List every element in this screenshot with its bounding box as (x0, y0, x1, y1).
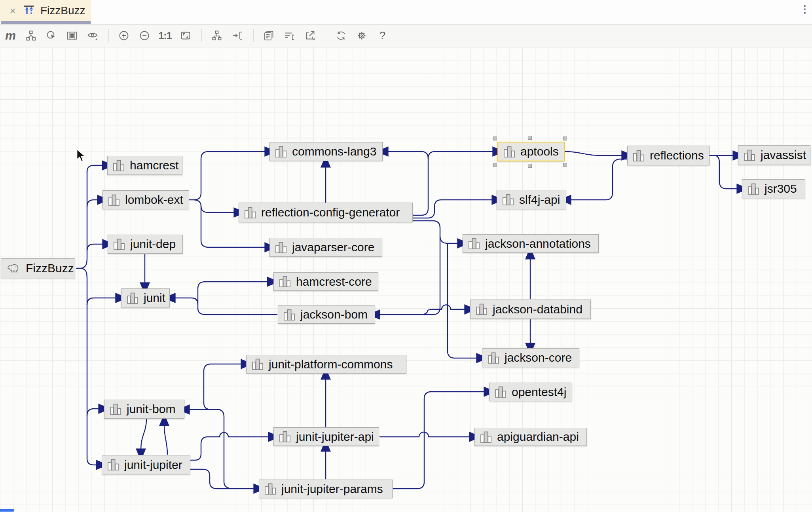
selection-handle[interactable] (528, 136, 532, 140)
edge-jupiter-params[interactable] (191, 469, 254, 489)
edge-jackson-bom-junit[interactable] (175, 298, 277, 315)
node-label: jackson-annotations (485, 237, 591, 250)
node-fizzbuzz[interactable]: FizzBuzz (1, 258, 75, 278)
node-apiguardian-api[interactable]: apiguardian-api (474, 428, 587, 446)
library-icon (275, 146, 287, 158)
edge-junit-hamcrest-core[interactable] (198, 282, 268, 304)
library-icon (113, 238, 125, 250)
node-junit[interactable]: junit (121, 288, 170, 307)
node-label: reflection-config-generator (261, 206, 400, 219)
node-label: slf4j-api (519, 193, 560, 207)
edge-branch-jackson-annotations[interactable] (440, 237, 458, 243)
edge-reflections-jsr305[interactable] (715, 155, 738, 189)
node-label: junit-dep (130, 237, 176, 251)
node-jackson-annotations[interactable]: jackson-annotations (463, 234, 599, 253)
node-junit-jupiter-params[interactable]: junit-jupiter-params (259, 480, 393, 498)
node-reflection-config-generator[interactable]: reflection-config-generator (239, 203, 413, 222)
library-icon (107, 459, 119, 471)
edge-fizzbuzz-junit-dep[interactable] (87, 244, 103, 251)
edge-fizzbuzz-junit-jupiter[interactable] (87, 459, 97, 465)
library-icon (252, 358, 264, 370)
horizontal-scrollbar-thumb[interactable] (0, 509, 14, 512)
node-hamcrest-core[interactable]: hamcrest-core (273, 272, 378, 291)
node-slf4j-api[interactable]: slf4j-api (497, 190, 566, 209)
library-icon (283, 309, 295, 321)
node-label: lombok-ext (125, 193, 183, 207)
node-label: javaparser-core (292, 241, 374, 254)
node-junit-bom[interactable]: junit-bom (104, 400, 184, 419)
edge-rcg-slf4j-api[interactable] (413, 200, 493, 218)
library-icon (244, 207, 256, 219)
node-label: jackson-bom (300, 308, 368, 321)
node-jackson-core[interactable]: jackson-core (482, 348, 579, 367)
node-javassist[interactable]: javassist (738, 145, 810, 165)
edge-lombok-rcg[interactable] (194, 200, 235, 212)
node-jsr305[interactable]: jsr305 (742, 179, 805, 198)
edge-reflections-slf4j-api[interactable] (570, 159, 627, 200)
edge-fizzbuzz-junit[interactable] (87, 298, 116, 305)
node-jackson-bom[interactable]: jackson-bom (278, 305, 375, 324)
selection-handle[interactable] (493, 137, 497, 140)
node-aptools[interactable]: aptools (497, 142, 565, 161)
node-hamcrest[interactable]: hamcrest (107, 156, 182, 175)
edges-layer (0, 0, 812, 512)
node-label: junit (144, 291, 165, 305)
node-label: reflections (650, 149, 704, 162)
node-label: FizzBuzz (26, 262, 74, 275)
node-junit-jupiter-api[interactable]: junit-jupiter-api (273, 427, 379, 446)
node-label: opentest4j (512, 385, 566, 399)
selection-handle[interactable] (528, 164, 532, 168)
edge-bom-jupiter[interactable] (141, 419, 146, 449)
edge-fizzbuzz-junit-bom[interactable] (87, 409, 99, 415)
library-icon (279, 430, 291, 443)
node-jackson-databind[interactable]: jackson-databind (470, 300, 591, 319)
library-icon (275, 241, 287, 254)
edge-params-opentest4j[interactable] (393, 392, 485, 489)
edge-jupiter-api[interactable] (191, 432, 269, 460)
edge-jupiter-bom[interactable] (164, 425, 167, 454)
selection-handle[interactable] (563, 163, 567, 167)
edge-aptools-reflections[interactable] (565, 152, 622, 155)
node-label: junit-jupiter-api (296, 430, 374, 444)
edge-feed-platform-commons[interactable] (204, 364, 242, 410)
edge-trunk-down[interactable] (81, 268, 87, 459)
node-junit-jupiter[interactable]: junit-jupiter (102, 455, 190, 474)
node-lombok-ext[interactable]: lombok-ext (102, 190, 189, 209)
node-label: jsr305 (765, 182, 797, 195)
library-icon (747, 183, 759, 195)
library-icon (633, 150, 645, 162)
node-junit-platform-commons[interactable]: junit-platform-commons (246, 355, 406, 374)
edge-lombok-commons-lang3[interactable] (190, 152, 266, 200)
mouse-cursor (76, 149, 88, 164)
edge-trunk-up[interactable] (81, 171, 87, 268)
edge-corridor-aptools[interactable] (428, 152, 493, 159)
library-icon (113, 159, 125, 172)
library-icon (108, 194, 120, 206)
edge-rcg-jackson-bom[interactable] (379, 221, 440, 315)
node-commons-lang3[interactable]: commons-lang3 (269, 142, 383, 161)
edge-fizzbuzz-lombok-ext[interactable] (87, 200, 98, 207)
library-icon (480, 431, 492, 443)
library-icon (127, 292, 138, 304)
node-label: junit-platform-commons (269, 358, 393, 371)
node-label: hamcrest-core (296, 275, 372, 288)
edge-to-jackson-databind[interactable] (423, 305, 465, 315)
node-label: hamcrest (130, 159, 178, 172)
node-label: junit-jupiter (124, 458, 182, 472)
node-reflections[interactable]: reflections (627, 146, 710, 165)
selection-handle[interactable] (563, 137, 567, 140)
selection-handle[interactable] (493, 163, 497, 167)
edge-fizzbuzz-hamcrest[interactable] (87, 165, 103, 172)
library-icon (468, 237, 480, 250)
library-icon (488, 352, 499, 364)
edge-api-apiguardian[interactable] (380, 432, 470, 437)
library-icon (502, 193, 514, 206)
library-icon (744, 149, 755, 161)
node-opentest4j[interactable]: opentest4j (489, 383, 572, 401)
gradle-elephant-icon (6, 263, 21, 273)
library-icon (279, 275, 291, 288)
node-javaparser-core[interactable]: javaparser-core (269, 238, 382, 257)
library-icon (110, 403, 121, 415)
library-icon (495, 386, 507, 398)
node-junit-dep[interactable]: junit-dep (108, 235, 183, 254)
